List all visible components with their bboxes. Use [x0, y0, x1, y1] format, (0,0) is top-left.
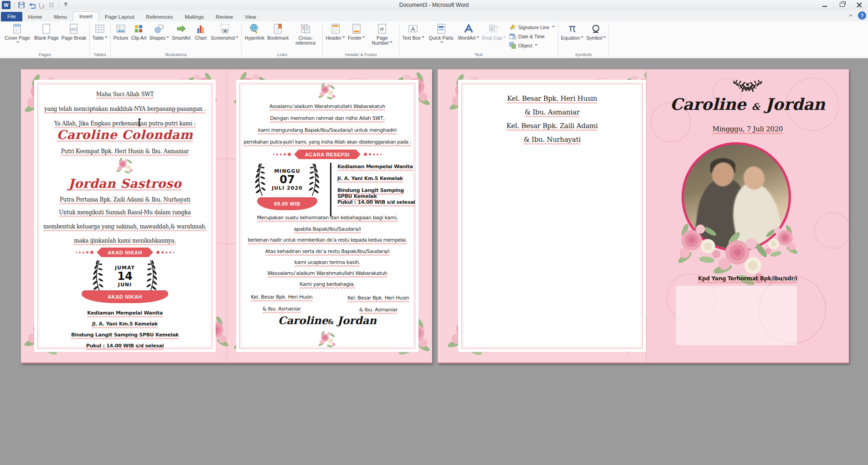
invitation-line[interactable]: Maha Suci Allah SWT [34, 91, 216, 98]
tab-page-layout[interactable]: Page Layout [99, 12, 140, 22]
invitation-line[interactable]: membentuk keluarga yang sakinah, mawadda… [34, 223, 216, 230]
restore-button[interactable] [835, 0, 849, 9]
cover-page-button[interactable]: Cover Page [2, 22, 33, 46]
invitation-line[interactable]: Atas kehadiran serta do’a restu Bapak/Ib… [236, 248, 418, 254]
close-button[interactable] [852, 0, 866, 9]
invitation-line[interactable]: Merupakan suatu kehormatan dan kebahagia… [236, 215, 418, 221]
invitation-line[interactable]: yang telah menciptakan makhluk-NYA berpa… [34, 106, 216, 112]
venue-line[interactable]: Kediaman Mempelai Wanita [337, 164, 413, 170]
invitation-line[interactable]: berkenan hadir untuk memberikan do’a res… [236, 237, 418, 243]
table-button[interactable]: Table [91, 22, 109, 41]
tab-file[interactable]: File [1, 12, 22, 22]
invitation-line[interactable]: Kami yang berbahagia. [236, 281, 418, 287]
undo-button[interactable] [27, 1, 36, 9]
tab-review[interactable]: Review [210, 12, 239, 22]
family-name[interactable]: Kel. Besar Bpk. Heri Husin [458, 94, 646, 103]
akad-nikah-banner[interactable]: AKAD NIKAH [34, 248, 216, 257]
venue-line[interactable]: Bindung Langit Samping SPBU Kemelak [34, 332, 216, 338]
invitation-line[interactable]: Assalamu’alaikum Warahmatullahi Wabaraka… [236, 103, 418, 109]
document-area[interactable]: Maha Suci Allah SWT yang telah menciptak… [0, 58, 868, 465]
reception-month[interactable]: JULI 2020 [266, 185, 308, 191]
chart-button[interactable]: Chart [192, 22, 209, 41]
tab-references[interactable]: References [140, 12, 179, 22]
family-name[interactable]: & Ibu. Asmaniar [333, 307, 424, 313]
groom-parents[interactable]: Putra Pertama Bpk. Zaili Adami & Ibu. Nu… [34, 196, 216, 203]
tab-mailings[interactable]: Mailings [179, 12, 210, 22]
invitation-line[interactable]: kami ucapkan terima kasih. [236, 259, 418, 265]
object-button[interactable]: Object [507, 41, 557, 50]
groom-name[interactable]: Jordan Sastroso [34, 176, 216, 191]
invitation-line[interactable]: Ya Allah, Jika Engkau perkenankan putra-… [34, 120, 216, 127]
symbol-button[interactable]: Symbol [585, 22, 607, 41]
shapes-button[interactable]: Shapes [148, 22, 170, 41]
wedding-month[interactable]: JUNI [104, 282, 146, 288]
hyperlink-button[interactable]: Hyperlink [243, 22, 266, 41]
invitation-line[interactable]: Dengan memohon rahmat dan ridho Allah SW… [236, 115, 418, 121]
bride-parents[interactable]: Putri Keempat Bpk. Heri Husin & Ibu. Asm… [34, 148, 216, 155]
screenshot-button[interactable]: Screenshot [209, 22, 240, 41]
family-name[interactable]: Kel. Besar Bpk. Heri Husin [333, 295, 424, 301]
venue-line[interactable]: Jl. A. Yani Km.5 Kemelak [34, 321, 216, 327]
help-button[interactable]: ? [858, 11, 866, 20]
object-icon [509, 42, 517, 49]
page-number-button[interactable]: Page Number [367, 22, 398, 46]
invitation-line[interactable]: Untuk mengikuti Sunnah Rasul-Mu dalam ra… [34, 209, 216, 216]
ribbon: Cover Page Blank Page Page Break Pages T… [0, 21, 868, 58]
clip-art-button[interactable]: Clip Art [129, 22, 148, 41]
bookmark-button[interactable]: Bookmark [266, 22, 290, 41]
customize-qat-button[interactable] [62, 1, 70, 9]
repeat-button[interactable] [37, 1, 46, 9]
family-name[interactable]: Kel. Besar Bpk. Zaili Adami [458, 122, 646, 130]
text-box-button[interactable]: Text Box [401, 22, 425, 41]
wordart-button[interactable]: WordArt [457, 22, 480, 41]
document-page-2[interactable]: Kel. Besar Bpk. Heri Husin & Ibu. Asmani… [438, 69, 849, 363]
invitation-line[interactable]: pernikahan putra-putri kami, yang insha … [236, 139, 418, 145]
invitation-line[interactable]: apabila Bapak/Ibu/Saudara/i [236, 226, 418, 232]
qat-extra-button[interactable] [47, 1, 56, 9]
acara-resepsi-banner[interactable]: ACARA RESEPSI [236, 150, 418, 159]
family-name[interactable]: Kel. Besar Bpk. Heri Husin [236, 294, 327, 300]
venue-line[interactable]: Jl. A. Yani Km.5 Kemelak [337, 176, 403, 181]
venue-line[interactable]: Pukul : 14.00 WIB s/d selesai [34, 343, 216, 349]
cross-reference-button[interactable]: Cross-reference [290, 22, 321, 46]
footer-button[interactable]: Footer [346, 22, 367, 41]
family-name[interactable]: & Ibu. Asmaniar [458, 108, 646, 116]
word-logo-icon[interactable]: W [2, 1, 10, 9]
page-break-button[interactable]: Page Break [60, 22, 88, 41]
minimize-ribbon-button[interactable] [847, 12, 854, 19]
cover-date[interactable]: Mingggu, 7 Juli 2020 [646, 125, 849, 133]
tab-menu[interactable]: Menu [48, 12, 73, 22]
save-button[interactable] [17, 1, 26, 9]
recipient-name-box[interactable] [676, 286, 797, 345]
family-name[interactable]: & Ibu. Asmaniar [236, 306, 327, 312]
venue-line[interactable]: Pukul : 14.00 WIB s/d selesai [337, 199, 415, 205]
header-button[interactable]: Header [324, 22, 346, 41]
blank-page-button[interactable]: Blank Page [33, 22, 60, 41]
date-time-button[interactable]: Date & Time [507, 32, 557, 41]
invitation-line[interactable]: kami mengundang Bapak/Ibu/Saudara/i untu… [236, 127, 418, 133]
document-page-1[interactable]: Maha Suci Allah SWT yang telah menciptak… [21, 69, 432, 363]
venue-line[interactable]: Bindung Langit Samping SPBU Kemelak [337, 187, 418, 199]
group-links: Hyperlink Bookmark Cross-reference Links [242, 21, 322, 58]
recipient-line[interactable]: Kpd Yang Terhormat Bpk/ibu/sdr/i [646, 275, 849, 282]
minimize-button[interactable] [818, 0, 832, 9]
smartart-button[interactable]: SmartArt [170, 22, 192, 41]
quick-parts-button[interactable]: Quick Parts [426, 22, 457, 46]
tab-view[interactable]: View [239, 12, 262, 22]
venue-line[interactable]: Kediaman Mempelai Wanita [34, 310, 216, 316]
invitation-cover-panel[interactable]: Caroline & Jordan Mingggu, 7 Juli 2020 K… [646, 69, 849, 362]
signature-line-button[interactable]: Signature Line [507, 23, 557, 31]
equation-button[interactable]: Equation [560, 22, 585, 41]
wedding-date[interactable]: 14 [104, 271, 146, 282]
invitation-line[interactable]: Wassalamu’alaikum Warahmatullahi Wabarak… [236, 270, 418, 276]
invitation-line[interactable]: maka ijinkanlah kami menikahkannya. [34, 238, 216, 244]
couple-signature[interactable]: Caroline& Jordan [236, 314, 418, 326]
tab-home[interactable]: Home [22, 12, 48, 22]
family-name[interactable]: & Ibu. Nurhayati [458, 135, 646, 144]
tab-insert[interactable]: Insert [73, 11, 99, 22]
reception-date[interactable]: 07 [266, 174, 308, 185]
cover-couple-names[interactable]: Caroline & Jordan [646, 95, 849, 114]
picture-button[interactable]: Picture [112, 22, 130, 41]
bride-name[interactable]: Caroline Colondam [34, 128, 216, 142]
drop-cap-button[interactable]: Drop Cap [480, 22, 507, 41]
